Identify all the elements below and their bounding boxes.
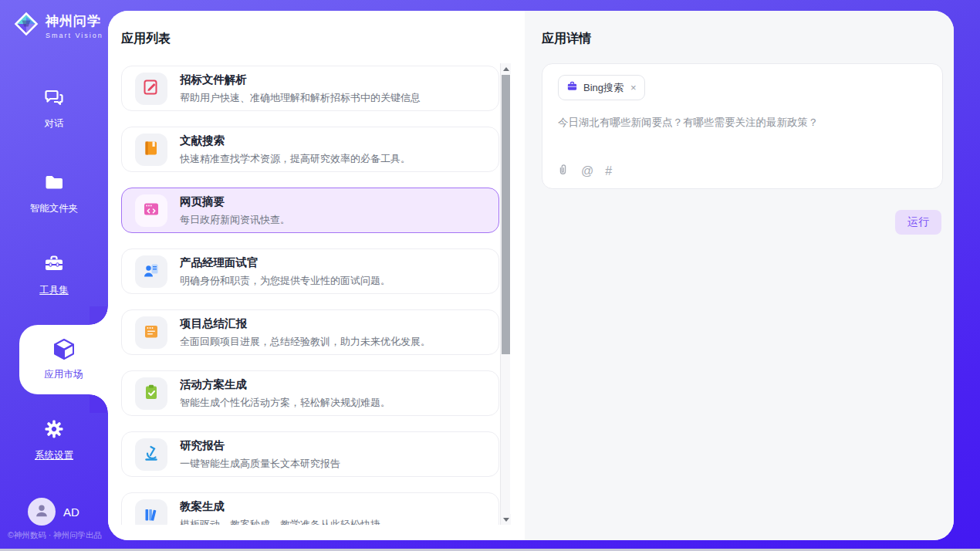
app-desc: 一键智能生成高质量长文本研究报告 — [180, 457, 340, 471]
app-name: 研究报告 — [180, 439, 225, 451]
tool-chip-label: Bing搜索 — [583, 81, 623, 95]
toolbox-icon — [43, 264, 65, 277]
books-icon — [142, 505, 161, 526]
folder-icon — [43, 182, 65, 195]
card-text: 活动方案生成 智能生成个性化活动方案，轻松解决规划难题。 — [180, 377, 390, 410]
copyright-text: ©神州数码 · 神州问学出品 — [8, 530, 108, 541]
app-desc: 全面回顾项目进展，总结经验教训，助力未来优化发展。 — [180, 335, 431, 349]
brand-text: 神州问学 Smart Vision — [46, 12, 103, 39]
card-text: 网页摘要 每日政府新闻资讯快查。 — [180, 194, 290, 227]
brand-name: 神州问学 — [46, 14, 101, 29]
sidebar-item-toolset[interactable]: 工具集 — [0, 253, 108, 297]
app-detail-title: 应用详情 — [542, 31, 591, 47]
icon-tile — [135, 134, 167, 166]
user-name: AD — [63, 505, 79, 519]
app-name: 活动方案生成 — [180, 378, 247, 390]
clipboard-check-icon — [142, 383, 161, 404]
composer-toolbar: @ # — [556, 163, 612, 179]
app-list-item-pm-interviewer[interactable]: 产品经理面试官 明确身份和职责，为您提供专业性的面试问题。 — [121, 248, 499, 294]
sidebar-item-app-market[interactable]: 应用市场 — [19, 325, 108, 394]
brand-subtitle: Smart Vision — [46, 32, 103, 39]
paperclip-icon[interactable] — [556, 163, 569, 179]
app-list-item-literature-search[interactable]: 文献搜索 快速精准查找学术资源，提高研究效率的必备工具。 — [121, 127, 499, 172]
app-window: 神州问学 Smart Vision 对话 智能文件夹 — [0, 0, 980, 551]
sidebar: 神州问学 Smart Vision 对话 智能文件夹 — [0, 0, 108, 549]
app-list-item-lesson-plan[interactable]: 教案生成 模板驱动，教案秒成，教学准备从此轻松快捷 — [121, 492, 499, 525]
sidebar-item-label: 系统设置 — [0, 449, 108, 462]
browser-code-icon — [142, 200, 161, 221]
hash-icon[interactable]: # — [605, 165, 612, 177]
app-list-title: 应用列表 — [121, 31, 171, 47]
app-list-item-research-report[interactable]: 研究报告 一键智能生成高质量长文本研究报告 — [121, 431, 499, 477]
chat-icon — [43, 97, 65, 110]
sidebar-item-label: 工具集 — [0, 284, 108, 297]
diamond-gem-icon — [12, 10, 40, 41]
scrollbar[interactable] — [500, 63, 510, 525]
app-list-item-event-plan[interactable]: 活动方案生成 智能生成个性化活动方案，轻松解决规划难题。 — [121, 370, 499, 416]
scroll-up-button[interactable] — [501, 63, 511, 74]
app-list: 招标文件解析 帮助用户快速、准确地理解和解析招标书中的关键信息 — [121, 66, 499, 525]
sidebar-item-smart-folder[interactable]: 智能文件夹 — [0, 171, 108, 215]
close-icon[interactable]: × — [630, 83, 637, 93]
card-text: 文献搜索 快速精准查找学术资源，提高研究效率的必备工具。 — [180, 134, 411, 166]
cube-icon — [52, 350, 76, 363]
interviewer-icon — [142, 261, 161, 282]
card-text: 项目总结汇报 全面回顾项目进展，总结经验教训，助力未来优化发展。 — [180, 316, 431, 349]
avatar — [28, 498, 56, 526]
app-desc: 模板驱动，教案秒成，教学准备从此轻松快捷 — [180, 518, 380, 526]
tool-chip-bing-search[interactable]: Bing搜索 × — [558, 75, 645, 100]
app-detail-pane: 应用详情 Bing搜索 × 今日湖北有哪些新闻要点？有哪些需要关注的最新政策？ — [525, 11, 954, 540]
app-name: 文献搜索 — [180, 134, 225, 147]
app-name: 教案生成 — [180, 500, 225, 512]
scrollbar-thumb[interactable] — [502, 75, 510, 354]
app-list-pane: 应用列表 招标文件解析 — [108, 11, 525, 540]
notepad-icon — [142, 322, 161, 343]
user-account[interactable]: AD — [28, 498, 79, 526]
sidebar-item-label: 应用市场 — [19, 368, 108, 381]
app-name: 产品经理面试官 — [180, 256, 259, 269]
edit-document-icon — [142, 78, 161, 100]
card-text: 招标文件解析 帮助用户快速、准确地理解和解析招标书中的关键信息 — [180, 73, 421, 105]
app-name: 项目总结汇报 — [180, 317, 247, 330]
app-list-item-project-summary[interactable]: 项目总结汇报 全面回顾项目进展，总结经验教训，助力未来优化发展。 — [121, 309, 499, 355]
icon-tile — [135, 438, 167, 471]
query-input[interactable]: 今日湖北有哪些新闻要点？有哪些需要关注的最新政策？ — [558, 115, 928, 130]
main-content: 应用列表 招标文件解析 — [108, 11, 954, 540]
triangle-up-icon — [503, 67, 509, 71]
triangle-down-icon — [503, 518, 509, 522]
microscope-icon — [142, 444, 161, 465]
icon-tile — [135, 316, 167, 349]
gear-icon — [43, 429, 65, 442]
app-list-item-bid-parsing[interactable]: 招标文件解析 帮助用户快速、准确地理解和解析招标书中的关键信息 — [121, 66, 499, 111]
app-desc: 明确身份和职责，为您提供专业性的面试问题。 — [180, 274, 390, 288]
sidebar-item-label: 对话 — [0, 117, 108, 130]
run-button[interactable]: 运行 — [895, 210, 941, 235]
card-text: 教案生成 模板驱动，教案秒成，教学准备从此轻松快捷 — [180, 499, 380, 526]
app-name: 网页摘要 — [180, 195, 225, 208]
icon-tile — [135, 255, 167, 288]
app-desc: 帮助用户快速、准确地理解和解析招标书中的关键信息 — [180, 91, 421, 105]
app-desc: 每日政府新闻资讯快查。 — [180, 213, 290, 227]
app-desc: 智能生成个性化活动方案，轻松解决规划难题。 — [180, 396, 390, 410]
icon-tile — [135, 377, 167, 410]
sidebar-item-settings[interactable]: 系统设置 — [0, 418, 108, 462]
briefcase-icon — [566, 80, 578, 95]
app-list-item-web-summary[interactable]: 网页摘要 每日政府新闻资讯快查。 — [121, 188, 499, 233]
person-icon — [33, 502, 50, 522]
card-text: 研究报告 一键智能生成高质量长文本研究报告 — [180, 438, 340, 471]
card-text: 产品经理面试官 明确身份和职责，为您提供专业性的面试问题。 — [180, 255, 390, 288]
icon-tile — [135, 499, 167, 526]
app-name: 招标文件解析 — [180, 73, 247, 86]
mention-icon[interactable]: @ — [581, 165, 593, 177]
scroll-down-button[interactable] — [501, 514, 511, 525]
app-desc: 快速精准查找学术资源，提高研究效率的必备工具。 — [180, 152, 411, 166]
book-icon — [142, 139, 161, 161]
prompt-card[interactable]: Bing搜索 × 今日湖北有哪些新闻要点？有哪些需要关注的最新政策？ @ # — [542, 63, 943, 189]
sidebar-item-label: 智能文件夹 — [0, 202, 108, 215]
icon-tile — [135, 73, 167, 105]
app-list-viewport: 招标文件解析 帮助用户快速、准确地理解和解析招标书中的关键信息 — [108, 63, 525, 525]
sidebar-item-chat[interactable]: 对话 — [0, 86, 108, 130]
brand-logo: 神州问学 Smart Vision — [12, 10, 103, 41]
icon-tile — [135, 194, 167, 227]
